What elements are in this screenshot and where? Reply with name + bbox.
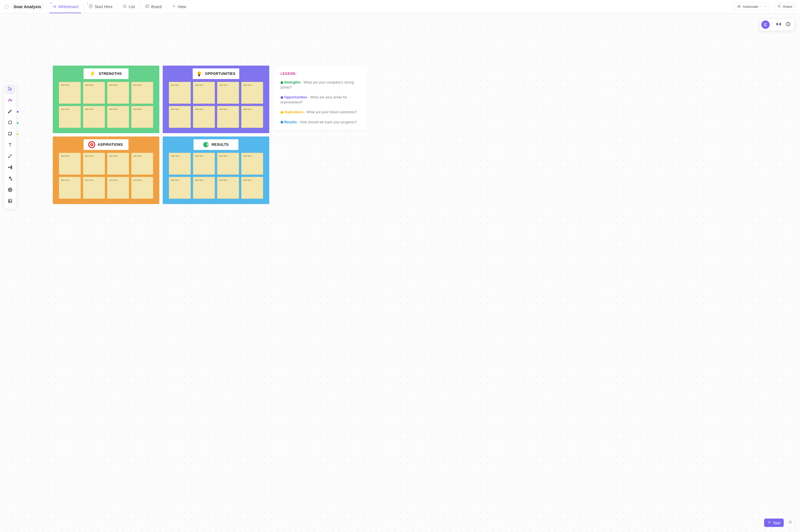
sticky-note[interactable]: Add text: [59, 177, 81, 199]
notes-grid: Add textAdd textAdd textAdd textAdd text…: [169, 82, 263, 128]
svg-point-19: [780, 7, 780, 7]
tab-whiteboard[interactable]: Whiteboard: [49, 0, 81, 13]
bottom-right-controls: Task: [764, 518, 794, 527]
svg-line-20: [778, 5, 780, 6]
quadrant-title: OPPORTUNITIES: [205, 72, 236, 76]
add-view-label: View: [178, 4, 186, 9]
sticky-note[interactable]: Add text: [217, 106, 239, 128]
sticky-note[interactable]: Add text: [217, 177, 239, 199]
canvas-controls: C: [759, 19, 794, 31]
connector-tool[interactable]: [5, 152, 15, 162]
mindmap-icon: [7, 165, 13, 171]
sticky-note[interactable]: Add text: [241, 106, 263, 128]
sticky-note[interactable]: Add text: [83, 177, 105, 199]
sticky-note[interactable]: Add text: [83, 106, 105, 128]
text-tool[interactable]: [5, 140, 15, 151]
sticky-note[interactable]: Add text: [59, 153, 81, 175]
color-indicator-dot: [17, 122, 19, 124]
new-task-button[interactable]: Task: [764, 518, 784, 527]
legend-sep: -: [307, 95, 310, 99]
sticky-note[interactable]: Add text: [107, 106, 129, 128]
list-icon: [123, 4, 127, 9]
bulb-icon: [195, 70, 203, 78]
svg-rect-52: [790, 521, 792, 522]
tab-list[interactable]: List: [120, 0, 138, 13]
divider: [772, 21, 772, 28]
shape-tool[interactable]: [5, 118, 15, 128]
sticky-note[interactable]: Add text: [59, 82, 81, 104]
legend-title: LEGEND:: [280, 72, 361, 76]
svg-line-21: [778, 6, 780, 7]
sticky-note[interactable]: Add text: [241, 153, 263, 175]
diagram-tool[interactable]: +: [5, 96, 15, 106]
user-avatar[interactable]: C: [761, 20, 770, 29]
ai-tool[interactable]: [5, 174, 15, 184]
svg-point-6: [123, 5, 124, 5]
svg-point-47: [91, 144, 92, 145]
sticky-note[interactable]: Add text: [131, 177, 153, 199]
share-label: Share: [783, 4, 793, 9]
share-button[interactable]: Share: [774, 2, 796, 11]
sticky-note[interactable]: Add text: [131, 82, 153, 104]
legend-row: Opportunities - What are your areas for …: [280, 95, 361, 105]
info-button[interactable]: [784, 20, 793, 29]
svg-point-7: [123, 6, 124, 6]
sticky-note[interactable]: Add text: [83, 82, 105, 104]
apps-button[interactable]: [786, 518, 794, 527]
svg-point-14: [738, 6, 739, 6]
text-icon: [7, 142, 13, 149]
sticky-note[interactable]: Add text: [169, 177, 191, 199]
sticky-note[interactable]: Add text: [107, 82, 129, 104]
quadrant-header: RESULTS: [194, 139, 238, 150]
image-tool[interactable]: [5, 196, 15, 207]
svg-point-30: [11, 168, 12, 169]
sticky-note[interactable]: Add text: [217, 82, 239, 104]
automate-dropdown-button[interactable]: [761, 2, 769, 11]
svg-rect-34: [8, 199, 12, 203]
web-embed-tool[interactable]: [5, 185, 15, 195]
sticky-note[interactable]: Add text: [193, 106, 215, 128]
quadrant-header: OPPORTUNITIES: [193, 69, 239, 79]
svg-point-42: [198, 72, 201, 75]
automate-button[interactable]: Automate: [734, 2, 761, 11]
sticky-note[interactable]: Add text: [241, 82, 263, 104]
sticky-note[interactable]: Add text: [59, 106, 81, 128]
status-circle-icon[interactable]: [4, 5, 8, 9]
svg-point-27: [8, 167, 9, 168]
tab-label: List: [129, 4, 135, 9]
sticky-note[interactable]: Add text: [83, 153, 105, 175]
tab-start-here[interactable]: Start Here: [86, 0, 115, 13]
whiteboard-canvas[interactable]: + C STRENGTHSAdd textAdd textAdd textAdd…: [0, 14, 800, 532]
sticky-note[interactable]: Add text: [107, 153, 129, 175]
quadrant-strengths: STRENGTHSAdd textAdd textAdd textAdd tex…: [53, 65, 159, 133]
add-view-button[interactable]: View: [169, 0, 189, 13]
notes-grid: Add textAdd textAdd textAdd textAdd text…: [169, 153, 263, 199]
whiteboard-icon: [52, 4, 57, 9]
sticky-note[interactable]: Add text: [193, 153, 215, 175]
sticky-note[interactable]: Add text: [131, 106, 153, 128]
sticky-note-tool[interactable]: [5, 129, 15, 139]
sticky-note[interactable]: Add text: [169, 106, 191, 128]
pen-tool[interactable]: [5, 107, 15, 117]
sticky-note[interactable]: Add text: [217, 153, 239, 175]
tab-label: Whiteboard: [58, 4, 78, 9]
automate-button-group: Automate: [734, 2, 770, 11]
plus-icon: [172, 4, 176, 9]
page-title[interactable]: Soar Analysis: [11, 3, 43, 10]
doc-icon: [89, 4, 93, 9]
cursor-tool[interactable]: [5, 84, 15, 94]
tab-board[interactable]: Board: [143, 0, 164, 13]
sticky-note[interactable]: Add text: [241, 177, 263, 199]
sticky-note[interactable]: Add text: [169, 82, 191, 104]
divider: [47, 4, 47, 10]
sticky-note[interactable]: Add text: [169, 153, 191, 175]
legend-name: Opportunities: [284, 95, 307, 99]
sticky-note[interactable]: Add text: [193, 177, 215, 199]
sticky-note[interactable]: Add text: [107, 177, 129, 199]
web-icon: [7, 187, 13, 193]
legend-dot-icon: [280, 96, 283, 99]
sticky-note[interactable]: Add text: [193, 82, 215, 104]
sticky-note[interactable]: Add text: [131, 153, 153, 175]
fit-width-button[interactable]: [775, 20, 783, 29]
mindmap-tool[interactable]: [5, 163, 15, 173]
